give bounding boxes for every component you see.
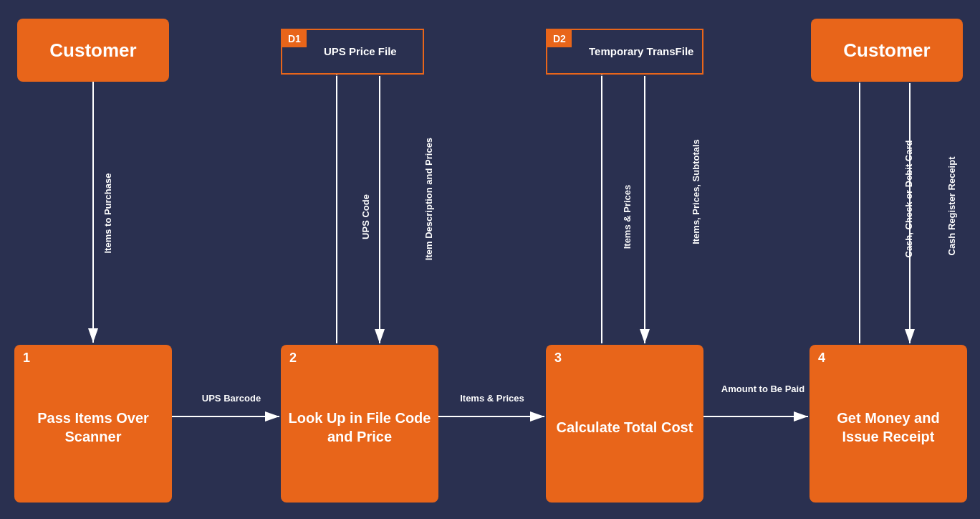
d1-name: UPS Price File bbox=[318, 30, 423, 73]
p1-number: 1 bbox=[23, 351, 30, 366]
label-cash-receipt: Cash Register Receipt bbox=[946, 128, 957, 285]
label-cash-check: Cash, Check or Debit Card bbox=[903, 113, 914, 285]
label-item-desc: Item Description and Prices bbox=[423, 113, 434, 285]
p3-number: 3 bbox=[554, 351, 562, 366]
p3-label: Calculate Total Cost bbox=[549, 418, 701, 437]
label-items-prices-v: Items & Prices bbox=[622, 153, 633, 282]
d2-code: D2 bbox=[547, 30, 572, 47]
p1-label: Pass Items Over Scanner bbox=[14, 409, 172, 446]
process-4: 4 Get Money and Issue Receipt bbox=[810, 345, 967, 503]
process-2: 2 Look Up in File Code and Price bbox=[281, 345, 438, 503]
datastore-d2: D2 Temporary TransFile bbox=[546, 29, 703, 75]
label-items-prices-subtotals: Items, Prices, Subtotals bbox=[691, 106, 701, 278]
p2-label: Look Up in File Code and Price bbox=[281, 409, 438, 446]
label-items-prices-h: Items & Prices bbox=[446, 393, 539, 404]
p2-number: 2 bbox=[289, 351, 297, 366]
p4-number: 4 bbox=[818, 351, 825, 366]
process-1: 1 Pass Items Over Scanner bbox=[14, 345, 172, 503]
label-amount-paid: Amount to Be Paid bbox=[709, 384, 817, 395]
p4-label: Get Money and Issue Receipt bbox=[810, 409, 967, 446]
label-items-to-purchase: Items to Purchase bbox=[102, 149, 113, 278]
entity-customer-right: Customer bbox=[811, 19, 963, 82]
datastore-d1: D1 UPS Price File bbox=[281, 29, 424, 75]
d2-name: Temporary TransFile bbox=[583, 30, 702, 73]
process-3: 3 Calculate Total Cost bbox=[546, 345, 703, 503]
diagram: Customer Customer D1 UPS Price File D2 T… bbox=[0, 0, 980, 519]
label-ups-barcode: UPS Barcode bbox=[185, 393, 278, 404]
entity-customer-left: Customer bbox=[17, 19, 169, 82]
label-ups-code: UPS Code bbox=[360, 153, 371, 282]
d1-code: D1 bbox=[282, 30, 307, 47]
